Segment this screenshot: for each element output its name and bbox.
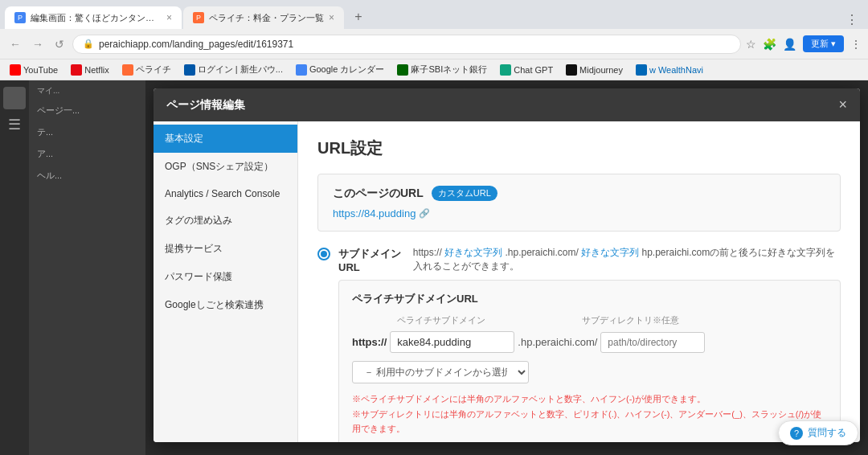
page-content-area: ☰ マイ... ページ一... テ... ア... ヘル... ページ情報編集 … bbox=[0, 80, 868, 455]
modal-nav-affiliate[interactable]: 提携サービス bbox=[154, 235, 297, 263]
address-actions: ☆ 🧩 👤 更新 ▾ ⋮ bbox=[746, 35, 862, 52]
hint-dir-label: サブディレクトリ※任意 bbox=[582, 314, 679, 326]
modal-title: ページ情報編集 bbox=[166, 98, 245, 113]
modal-nav-ogp-label: OGP（SNSシェア設定） bbox=[165, 161, 273, 172]
bookmark-youtube-label: YouTube bbox=[23, 65, 58, 75]
new-tab-button[interactable]: + bbox=[349, 7, 368, 27]
left-panel-item-affiliate[interactable]: ア... bbox=[29, 143, 145, 165]
modal-nav-ogp[interactable]: OGP（SNSシェア設定） bbox=[154, 153, 297, 181]
shinsei-icon bbox=[184, 64, 195, 76]
subdomain-option-content: サブドメインURL https:// 好きな文字列 .hp.peraichi.c… bbox=[338, 246, 841, 442]
tab-2[interactable]: P ペライチ：料金・プラン一覧 × bbox=[183, 6, 344, 29]
help-icon: ? bbox=[790, 427, 803, 440]
reload-button[interactable]: ↺ bbox=[51, 36, 68, 52]
modal-nav-analytics[interactable]: Analytics / Search Console bbox=[154, 181, 297, 207]
bookmark-midjourney[interactable]: Midjourney bbox=[563, 64, 626, 76]
back-button[interactable]: ← bbox=[6, 36, 24, 52]
left-panel-item-template[interactable]: テ... bbox=[29, 121, 145, 143]
tab-1[interactable]: P 編集画面：驚くほどカンタン！無料... × bbox=[5, 6, 182, 29]
youtube-icon bbox=[10, 64, 21, 76]
url-link-text: https://84.pudding bbox=[333, 207, 416, 219]
subdomain-radio-dot bbox=[321, 251, 327, 257]
peraichi-icon bbox=[122, 64, 133, 76]
forward-button[interactable]: → bbox=[29, 36, 47, 52]
bookmark-netflix[interactable]: Netflix bbox=[68, 64, 113, 76]
bookmark-netflix-label: Netflix bbox=[84, 65, 109, 75]
bookmark-youtube[interactable]: YouTube bbox=[6, 64, 61, 76]
https-prefix: https:// bbox=[352, 336, 390, 348]
subdomain-label: サブドメインURL bbox=[338, 247, 407, 273]
subdomain-highlight1: 好きな文字列 bbox=[444, 247, 502, 258]
gcal-icon bbox=[296, 64, 307, 76]
help-button[interactable]: ? 質問する bbox=[778, 420, 858, 445]
editing-area: ページ情報編集 × 基本設定 OGP（SNSシェア設定） Anal bbox=[145, 80, 868, 455]
star-icon[interactable]: ☆ bbox=[746, 38, 756, 51]
current-url-link[interactable]: https://84.pudding 🔗 bbox=[333, 207, 825, 219]
update-button-label: 更新 bbox=[811, 38, 829, 50]
subdomain-inner-box: ペライチサブドメインURL ペライチサブドメイン サブディレクトリ※任意 bbox=[338, 280, 841, 442]
wn-icon bbox=[636, 64, 647, 76]
url-box-label: このページのURL bbox=[333, 187, 424, 201]
browser-menu-icon[interactable]: ⋮ bbox=[841, 10, 863, 29]
sidebar-logo bbox=[3, 87, 26, 109]
bookmark-shinsei[interactable]: ログイン | 新生パウ... bbox=[181, 63, 286, 76]
modal-nav-google-label: Googleしごと検索連携 bbox=[165, 299, 264, 310]
update-dropdown-icon: ▾ bbox=[831, 39, 836, 49]
bookmark-chatgpt[interactable]: Chat GPT bbox=[497, 64, 556, 76]
chatgpt-icon bbox=[500, 64, 511, 76]
bookmark-sbi[interactable]: 麻子SBIネット銀行 bbox=[394, 63, 490, 76]
subdomain-radio[interactable] bbox=[317, 248, 330, 260]
sbi-icon bbox=[397, 64, 408, 76]
subdomain-box-title: ペライチサブドメインURL bbox=[352, 292, 827, 306]
custom-url-badge: カスタムURL bbox=[432, 186, 497, 201]
netflix-icon bbox=[71, 64, 82, 76]
modal-nav-basic[interactable]: 基本設定 bbox=[154, 125, 297, 153]
subdomain-note1: ※ペライチサブドメインには半角のアルファベットと数字、ハイフン(-)が使用できま… bbox=[352, 391, 827, 407]
subdomain-note2: ※サブディレクトリには半角のアルファベットと数字、ピリオド(.)、ハイフン(-)… bbox=[352, 407, 827, 437]
subdomain-select[interactable]: － 利用中のサブドメインから選択 － bbox=[352, 361, 529, 383]
modal-nav-basic-label: 基本設定 bbox=[165, 133, 203, 144]
external-link-icon: 🔗 bbox=[419, 208, 430, 219]
browser-menu-dots[interactable]: ⋮ bbox=[850, 38, 862, 51]
bookmark-gcal[interactable]: Google カレンダー bbox=[293, 63, 388, 76]
tab-1-favicon: P bbox=[14, 12, 26, 23]
tab-2-label: ペライチ：料金・プラン一覧 bbox=[209, 12, 324, 24]
left-panel-item-help[interactable]: ヘル... bbox=[29, 165, 145, 187]
subdomain-select-row: － 利用中のサブドメインから選択 － bbox=[352, 361, 827, 383]
modal-nav-password[interactable]: パスワード保護 bbox=[154, 263, 297, 291]
bookmark-peraichi[interactable]: ペライチ bbox=[119, 63, 174, 76]
url-box-header: このページのURL カスタムURL bbox=[333, 186, 825, 201]
modal-nav-password-label: パスワード保護 bbox=[165, 271, 232, 282]
modal-close-button[interactable]: × bbox=[838, 96, 847, 113]
domain-suffix-text: .hp.peraichi.com/ bbox=[514, 336, 600, 348]
subdomain-dir-input[interactable] bbox=[600, 332, 705, 353]
subdomain-hints-row: ペライチサブドメイン サブディレクトリ※任意 bbox=[352, 314, 827, 326]
help-icon-label: ? bbox=[794, 428, 799, 438]
sidebar-home-icon[interactable]: ☰ bbox=[8, 116, 21, 133]
tab-1-close[interactable]: × bbox=[166, 12, 172, 23]
modal-nav-google[interactable]: Googleしごと検索連携 bbox=[154, 291, 297, 319]
subdomain-label-row: サブドメインURL https:// 好きな文字列 .hp.peraichi.c… bbox=[338, 246, 841, 273]
main-sidebar: ☰ bbox=[0, 80, 29, 455]
modal-nav-affiliate-label: 提携サービス bbox=[165, 243, 223, 254]
modal-nav-embed-label: タグの埋め込み bbox=[165, 215, 232, 226]
bookmarks-bar: YouTube Netflix ペライチ ログイン | 新生パウ... Goog… bbox=[0, 59, 868, 80]
profile-icon[interactable]: 👤 bbox=[783, 38, 796, 51]
subdomain-domain-input[interactable] bbox=[390, 331, 514, 353]
left-panel-item-pages[interactable]: ページ一... bbox=[29, 100, 145, 121]
update-button[interactable]: 更新 ▾ bbox=[803, 35, 844, 52]
modal-nav-embed[interactable]: タグの埋め込み bbox=[154, 207, 297, 235]
section-title: URL設定 bbox=[317, 137, 841, 159]
modal-content: URL設定 このページのURL カスタムURL https://84.puddi… bbox=[298, 121, 860, 442]
subdomain-desc: https:// 好きな文字列 .hp.peraichi.com/ 好きな文字列… bbox=[413, 246, 841, 273]
bookmark-wn-label: w WealthNavi bbox=[649, 65, 703, 75]
bookmark-wn[interactable]: w WealthNavi bbox=[633, 64, 706, 76]
tab-2-close[interactable]: × bbox=[329, 12, 334, 23]
bookmark-sbi-label: 麻子SBIネット銀行 bbox=[411, 64, 487, 76]
extension-icon[interactable]: 🧩 bbox=[763, 38, 776, 51]
current-url-box: このページのURL カスタムURL https://84.pudding 🔗 bbox=[317, 174, 841, 232]
address-text: peraichiapp.com/landing_pages/edit/16193… bbox=[99, 39, 293, 50]
tab-bar: P 編集画面：驚くほどカンタン！無料... × P ペライチ：料金・プラン一覧 … bbox=[0, 0, 868, 29]
address-bar-row: ← → ↺ 🔒 peraichiapp.com/landing_pages/ed… bbox=[0, 29, 868, 59]
address-bar[interactable]: 🔒 peraichiapp.com/landing_pages/edit/161… bbox=[72, 35, 741, 54]
